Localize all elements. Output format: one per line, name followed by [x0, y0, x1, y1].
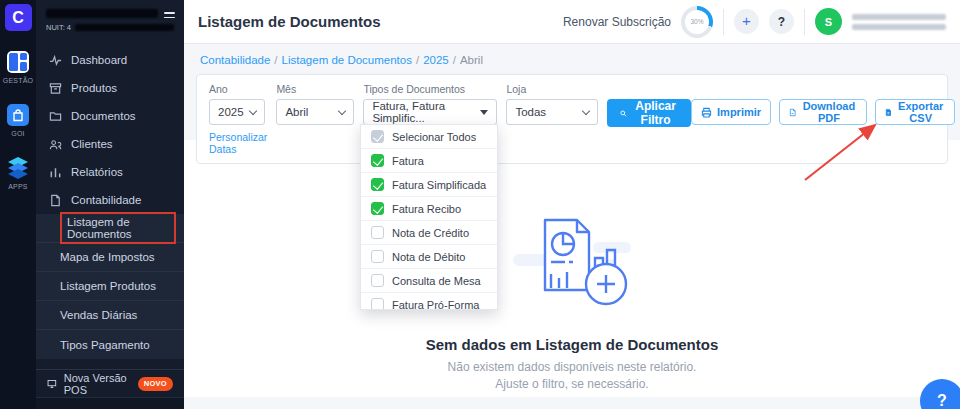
checkbox[interactable]	[371, 274, 384, 287]
chevron-down-icon	[338, 106, 346, 114]
dropdown-item-label: Selecionar Todos	[392, 131, 476, 143]
rail-item-gestao[interactable]: GESTÃO	[3, 51, 33, 84]
filter-card: Ano 2025 Personalizar Datas Mês Abril Ti…	[196, 74, 948, 164]
sidebar-footer	[36, 397, 184, 409]
checkbox[interactable]	[371, 154, 384, 167]
sidebar-menu: Dashboard Produtos Documentos Clientes R…	[36, 46, 184, 214]
red-annotation-box: Listagem de Documentos	[60, 212, 176, 244]
shopping-bag-icon	[7, 104, 29, 126]
sidebar-item-produtos[interactable]: Produtos	[36, 74, 184, 102]
collapse-sidebar-icon[interactable]	[164, 12, 175, 21]
menu-label: Clientes	[71, 138, 113, 150]
breadcrumb: Contabilidade/Listagem de Documentos/202…	[200, 54, 944, 66]
submenu-item-mapa-impostos[interactable]: Mapa de Impostos	[36, 243, 184, 272]
submenu-label: Tipos Pagamento	[60, 339, 150, 351]
exportar-csv-button[interactable]: Exportar CSV	[875, 99, 955, 125]
submenu-item-vendas-diarias[interactable]: Vendas Diárias	[36, 301, 184, 330]
ano-select[interactable]: 2025	[209, 99, 265, 125]
subscription-percent: 30%	[685, 10, 709, 34]
page-title: Listagem de Documentos	[198, 13, 381, 30]
dropdown-item-label: Fatura	[392, 155, 424, 167]
rail-label: GOI	[11, 130, 24, 137]
nova-versao-pos[interactable]: Nova Versão POS NOVO	[36, 369, 184, 397]
dropdown-item-0[interactable]: Selecionar Todos	[361, 125, 497, 149]
breadcrumb-contabilidade[interactable]: Contabilidade	[200, 54, 270, 66]
checkbox[interactable]	[371, 250, 384, 263]
sidebar-item-relatorios[interactable]: Relatórios	[36, 158, 184, 186]
renew-subscription-label[interactable]: Renovar Subscrição	[563, 15, 671, 29]
nova-versao-label: Nova Versão POS	[64, 372, 131, 396]
dropdown-item-5[interactable]: Nota de Débito	[361, 245, 497, 269]
breadcrumb-listagem[interactable]: Listagem de Documentos	[282, 54, 412, 66]
sidebar: NUIT: 4 Dashboard Produtos Documentos Cl…	[36, 0, 184, 409]
checkbox[interactable]	[371, 202, 384, 215]
search-icon	[620, 108, 627, 119]
content: Contabilidade/Listagem de Documentos/202…	[184, 44, 960, 409]
download-pdf-button[interactable]: Download PDF	[779, 99, 867, 125]
submenu-label: Mapa de Impostos	[60, 251, 155, 263]
file-icon	[49, 194, 62, 207]
sidebar-item-dashboard[interactable]: Dashboard	[36, 46, 184, 74]
user-info-redacted	[852, 14, 946, 30]
sidebar-item-clientes[interactable]: Clientes	[36, 130, 184, 158]
add-button[interactable]: +	[734, 9, 759, 34]
submenu-label: Listagem de Documentos	[67, 216, 132, 240]
printer-icon	[701, 107, 712, 118]
dropdown-item-6[interactable]: Consulta de Mesa	[361, 269, 497, 293]
checkbox[interactable]	[371, 226, 384, 239]
dropdown-item-4[interactable]: Nota de Crédito	[361, 221, 497, 245]
submenu-item-listagem-produtos[interactable]: Listagem Produtos	[36, 272, 184, 301]
sidebar-item-documentos[interactable]: Documentos	[36, 102, 184, 130]
mes-select[interactable]: Abril	[276, 99, 354, 125]
dropdown-item-label: Consulta de Mesa	[392, 275, 481, 287]
menu-label: Documentos	[71, 110, 136, 122]
sidebar-item-contabilidade[interactable]: Contabilidade	[36, 186, 184, 214]
dropdown-item-1[interactable]: Fatura	[361, 149, 497, 173]
checkbox[interactable]	[371, 298, 384, 310]
dropdown-item-label: Fatura Simplificada	[392, 179, 486, 191]
csv-file-icon	[885, 107, 892, 118]
loja-value: Todas	[515, 106, 546, 118]
nuit-redacted	[75, 24, 174, 31]
aplicar-filtro-button[interactable]: Aplicar Filtro	[607, 99, 691, 127]
divider	[804, 9, 805, 35]
dropdown-arrow-icon	[480, 110, 488, 115]
checkbox[interactable]	[371, 130, 384, 143]
loja-select[interactable]: Todas	[506, 99, 598, 125]
submenu-item-listagem-documentos[interactable]: Listagem de Documentos	[36, 214, 184, 243]
layers-icon	[6, 157, 30, 179]
checkbox[interactable]	[371, 178, 384, 191]
loja-label: Loja	[506, 83, 598, 95]
rail-item-apps[interactable]: APPS	[6, 157, 30, 190]
tipos-documentos-select[interactable]: Fatura, Fatura Simplific...	[363, 99, 497, 125]
rail-item-goi[interactable]: GOI	[7, 104, 29, 137]
divider	[723, 9, 724, 35]
menu-label: Contabilidade	[71, 194, 141, 206]
aplicar-filtro-label: Aplicar Filtro	[633, 99, 678, 127]
dropdown-item-label: Nota de Crédito	[392, 227, 469, 239]
help-button[interactable]: ?	[769, 9, 794, 34]
imprimir-button[interactable]: Imprimir	[691, 99, 771, 125]
menu-label: Relatórios	[71, 166, 123, 178]
personalizar-datas-link[interactable]: Personalizar Datas	[209, 131, 267, 155]
mes-label: Mês	[276, 83, 354, 95]
chevron-down-icon	[582, 106, 590, 114]
breadcrumb-2025[interactable]: 2025	[423, 54, 449, 66]
monitor-icon	[47, 378, 57, 390]
nuit-label: NUIT: 4	[46, 23, 71, 32]
bar-chart-icon	[49, 166, 62, 179]
app-logo[interactable]: C	[5, 4, 32, 31]
submenu-item-tipos-pagamento[interactable]: Tipos Pagamento	[36, 330, 184, 359]
imprimir-label: Imprimir	[717, 106, 761, 118]
company-block: NUIT: 4	[36, 0, 184, 46]
submenu-label: Vendas Diárias	[60, 309, 137, 321]
activity-icon	[49, 54, 62, 67]
dropdown-item-7[interactable]: Fatura Pró-Forma	[361, 293, 497, 310]
dropdown-item-3[interactable]: Fatura Recibo	[361, 197, 497, 221]
dropdown-item-2[interactable]: Fatura Simplificada	[361, 173, 497, 197]
main-area: Listagem de Documentos Renovar Subscriçã…	[184, 0, 960, 409]
user-avatar[interactable]: S	[815, 8, 842, 35]
icon-rail: C GESTÃO GOI APPS	[0, 0, 36, 409]
dropdown-item-label: Fatura Pró-Forma	[392, 299, 479, 311]
tipos-value: Fatura, Fatura Simplific...	[372, 100, 480, 124]
